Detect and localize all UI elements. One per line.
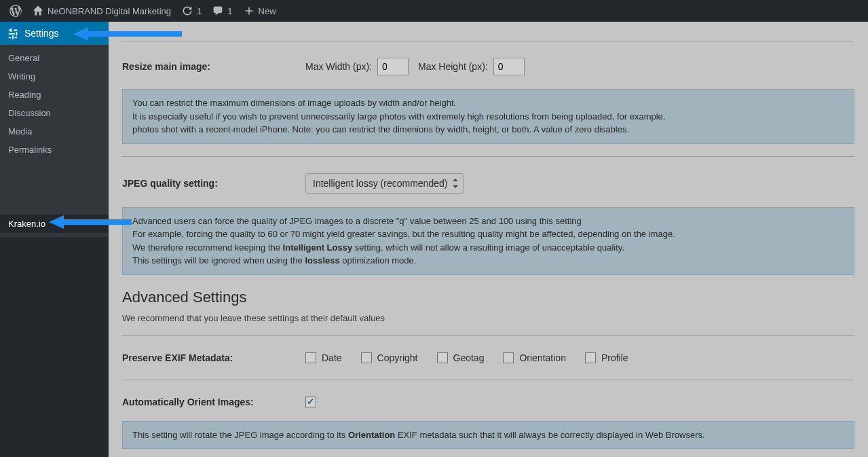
subtitle-advanced: We recommend that you leave these settin…	[122, 313, 854, 323]
divider	[122, 380, 854, 380]
cb-label: Geotag	[453, 352, 485, 363]
content-area: Resize main image: Max Width (px): Max H…	[109, 22, 868, 457]
help-text: Advanced users can force the quality of …	[132, 215, 844, 228]
heading-advanced: Advanced Settings	[122, 289, 854, 306]
help-text: For example, forcing the quality to 60 o…	[132, 227, 844, 241]
label-jpeg-quality: JPEG quality setting:	[122, 178, 305, 189]
help-text: photos shot with a recent-model iPhone. …	[132, 123, 844, 136]
menu-settings[interactable]: Settings	[0, 22, 109, 45]
submenu-kraken[interactable]: Kraken.io	[0, 215, 109, 233]
home-icon	[33, 5, 43, 16]
settings-submenu: General Writing Reading Discussion Media…	[0, 45, 109, 237]
exif-date-item: Date	[305, 352, 342, 363]
submenu-general[interactable]: General	[0, 49, 109, 67]
exif-checkbox-group: Date Copyright Geotag Orientation Profil…	[305, 352, 628, 363]
submenu-media[interactable]: Media	[0, 122, 109, 141]
checkbox-auto-orient[interactable]	[305, 397, 316, 407]
refresh-icon	[182, 5, 193, 16]
row-resize-main-image: Resize main image: Max Width (px): Max H…	[122, 54, 854, 79]
help-text: You can restrict the maximum dimensions …	[132, 96, 844, 110]
checkbox-exif-profile[interactable]	[585, 352, 596, 363]
checkbox-exif-date[interactable]	[305, 352, 316, 363]
exif-profile-item: Profile	[585, 352, 628, 363]
row-auto-orient: Automatically Orient Images:	[122, 392, 854, 412]
new-label: New	[259, 6, 276, 16]
wordpress-icon	[10, 5, 22, 17]
comment-icon	[212, 5, 223, 16]
new-item[interactable]: New	[238, 0, 282, 22]
divider	[122, 156, 854, 157]
cb-label: Date	[322, 352, 342, 363]
help-jpeg: Advanced users can force the quality of …	[122, 207, 854, 275]
cb-label: Profile	[601, 352, 628, 363]
exif-copyright-item: Copyright	[361, 352, 418, 363]
label-max-width: Max Width (px):	[305, 61, 372, 72]
help-text: This settings will be ignored when using…	[132, 254, 844, 268]
label-max-height: Max Height (px):	[418, 61, 488, 72]
input-max-height[interactable]	[493, 58, 525, 75]
checkbox-exif-copyright[interactable]	[361, 352, 372, 363]
cb-label: Copyright	[377, 352, 418, 363]
submenu-writing[interactable]: Writing	[0, 67, 109, 86]
help-auto-orient: This setting will rotate the JPEG image …	[122, 421, 854, 450]
submenu-permalinks[interactable]: Permalinks	[0, 141, 109, 159]
label-preserve-exif: Preserve EXIF Metadata:	[122, 352, 305, 363]
refresh-count: 1	[197, 6, 202, 16]
select-jpeg-quality[interactable]: Intelligent lossy (recommended)	[305, 173, 464, 194]
select-value: Intelligent lossy (recommended)	[313, 178, 447, 189]
site-title: NeONBRAND Digital Marketing	[48, 6, 171, 16]
wp-logo[interactable]	[4, 0, 27, 22]
row-preserve-exif: Preserve EXIF Metadata: Date Copyright G…	[122, 348, 854, 367]
exif-orientation-item: Orientation	[503, 352, 565, 363]
exif-geotag-item: Geotag	[437, 352, 485, 363]
sliders-icon	[7, 27, 19, 39]
submenu-discussion[interactable]: Discussion	[0, 104, 109, 122]
divider	[122, 41, 854, 41]
checkbox-exif-geotag[interactable]	[437, 352, 448, 363]
checkbox-exif-orientation[interactable]	[503, 352, 514, 363]
comments-item[interactable]: 1	[207, 0, 238, 22]
comment-count: 1	[227, 6, 232, 16]
input-max-width[interactable]	[377, 58, 409, 75]
site-home[interactable]: NeONBRAND Digital Marketing	[27, 0, 176, 22]
help-text: We therefore recommend keeping the Intel…	[132, 241, 844, 255]
refresh-item[interactable]: 1	[176, 0, 207, 22]
label-auto-orient: Automatically Orient Images:	[122, 397, 305, 407]
row-jpeg-quality: JPEG quality setting: Intelligent lossy …	[122, 169, 854, 198]
cb-label: Orientation	[519, 352, 565, 363]
label-resize: Resize main image:	[122, 61, 305, 72]
divider	[122, 335, 854, 336]
help-resize: You can restrict the maximum dimensions …	[122, 89, 854, 144]
admin-bar: NeONBRAND Digital Marketing 1 1 New	[0, 0, 868, 22]
menu-settings-label: Settings	[24, 28, 59, 39]
submenu-reading[interactable]: Reading	[0, 86, 109, 104]
admin-sidebar: Settings General Writing Reading Discuss…	[0, 22, 109, 457]
help-text: It is especially useful if you wish to p…	[132, 110, 844, 124]
plus-icon	[244, 5, 254, 16]
